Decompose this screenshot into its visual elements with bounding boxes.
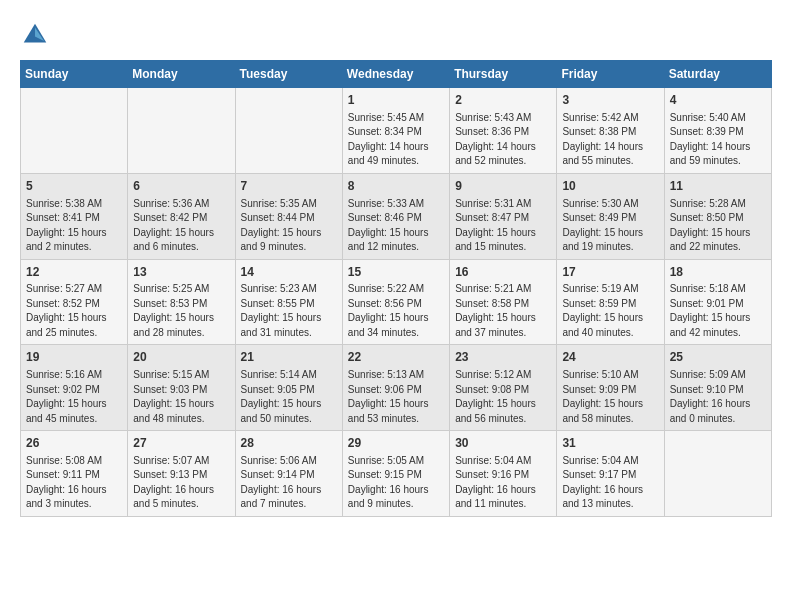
cell-content: Sunrise: 5:10 AM Sunset: 9:09 PM Dayligh… [562,368,658,426]
day-number: 25 [670,349,766,366]
calendar-table: SundayMondayTuesdayWednesdayThursdayFrid… [20,60,772,517]
header-cell-monday: Monday [128,61,235,88]
cell-content: Sunrise: 5:14 AM Sunset: 9:05 PM Dayligh… [241,368,337,426]
calendar-cell: 19Sunrise: 5:16 AM Sunset: 9:02 PM Dayli… [21,345,128,431]
page-header [20,20,772,50]
calendar-cell: 14Sunrise: 5:23 AM Sunset: 8:55 PM Dayli… [235,259,342,345]
day-number: 13 [133,264,229,281]
calendar-cell: 28Sunrise: 5:06 AM Sunset: 9:14 PM Dayli… [235,431,342,517]
calendar-cell [21,88,128,174]
cell-content: Sunrise: 5:16 AM Sunset: 9:02 PM Dayligh… [26,368,122,426]
cell-content: Sunrise: 5:04 AM Sunset: 9:16 PM Dayligh… [455,454,551,512]
calendar-cell: 15Sunrise: 5:22 AM Sunset: 8:56 PM Dayli… [342,259,449,345]
day-number: 16 [455,264,551,281]
cell-content: Sunrise: 5:40 AM Sunset: 8:39 PM Dayligh… [670,111,766,169]
header-cell-tuesday: Tuesday [235,61,342,88]
calendar-cell: 25Sunrise: 5:09 AM Sunset: 9:10 PM Dayli… [664,345,771,431]
header-cell-saturday: Saturday [664,61,771,88]
calendar-cell: 3Sunrise: 5:42 AM Sunset: 8:38 PM Daylig… [557,88,664,174]
day-number: 24 [562,349,658,366]
day-number: 29 [348,435,444,452]
cell-content: Sunrise: 5:31 AM Sunset: 8:47 PM Dayligh… [455,197,551,255]
day-number: 3 [562,92,658,109]
calendar-header: SundayMondayTuesdayWednesdayThursdayFrid… [21,61,772,88]
cell-content: Sunrise: 5:04 AM Sunset: 9:17 PM Dayligh… [562,454,658,512]
cell-content: Sunrise: 5:23 AM Sunset: 8:55 PM Dayligh… [241,282,337,340]
day-number: 19 [26,349,122,366]
cell-content: Sunrise: 5:42 AM Sunset: 8:38 PM Dayligh… [562,111,658,169]
day-number: 23 [455,349,551,366]
cell-content: Sunrise: 5:33 AM Sunset: 8:46 PM Dayligh… [348,197,444,255]
cell-content: Sunrise: 5:15 AM Sunset: 9:03 PM Dayligh… [133,368,229,426]
calendar-cell: 17Sunrise: 5:19 AM Sunset: 8:59 PM Dayli… [557,259,664,345]
cell-content: Sunrise: 5:06 AM Sunset: 9:14 PM Dayligh… [241,454,337,512]
day-number: 2 [455,92,551,109]
day-number: 14 [241,264,337,281]
cell-content: Sunrise: 5:12 AM Sunset: 9:08 PM Dayligh… [455,368,551,426]
calendar-body: 1Sunrise: 5:45 AM Sunset: 8:34 PM Daylig… [21,88,772,517]
calendar-cell: 5Sunrise: 5:38 AM Sunset: 8:41 PM Daylig… [21,173,128,259]
day-number: 18 [670,264,766,281]
day-number: 21 [241,349,337,366]
day-number: 22 [348,349,444,366]
day-number: 7 [241,178,337,195]
header-cell-wednesday: Wednesday [342,61,449,88]
header-cell-friday: Friday [557,61,664,88]
calendar-cell: 2Sunrise: 5:43 AM Sunset: 8:36 PM Daylig… [450,88,557,174]
cell-content: Sunrise: 5:13 AM Sunset: 9:06 PM Dayligh… [348,368,444,426]
day-number: 27 [133,435,229,452]
calendar-cell: 6Sunrise: 5:36 AM Sunset: 8:42 PM Daylig… [128,173,235,259]
calendar-cell: 29Sunrise: 5:05 AM Sunset: 9:15 PM Dayli… [342,431,449,517]
calendar-cell: 9Sunrise: 5:31 AM Sunset: 8:47 PM Daylig… [450,173,557,259]
calendar-cell: 21Sunrise: 5:14 AM Sunset: 9:05 PM Dayli… [235,345,342,431]
day-number: 6 [133,178,229,195]
cell-content: Sunrise: 5:28 AM Sunset: 8:50 PM Dayligh… [670,197,766,255]
calendar-row: 12Sunrise: 5:27 AM Sunset: 8:52 PM Dayli… [21,259,772,345]
calendar-cell: 7Sunrise: 5:35 AM Sunset: 8:44 PM Daylig… [235,173,342,259]
cell-content: Sunrise: 5:25 AM Sunset: 8:53 PM Dayligh… [133,282,229,340]
cell-content: Sunrise: 5:36 AM Sunset: 8:42 PM Dayligh… [133,197,229,255]
calendar-row: 26Sunrise: 5:08 AM Sunset: 9:11 PM Dayli… [21,431,772,517]
calendar-cell: 16Sunrise: 5:21 AM Sunset: 8:58 PM Dayli… [450,259,557,345]
cell-content: Sunrise: 5:27 AM Sunset: 8:52 PM Dayligh… [26,282,122,340]
calendar-cell: 22Sunrise: 5:13 AM Sunset: 9:06 PM Dayli… [342,345,449,431]
cell-content: Sunrise: 5:30 AM Sunset: 8:49 PM Dayligh… [562,197,658,255]
header-row: SundayMondayTuesdayWednesdayThursdayFrid… [21,61,772,88]
day-number: 4 [670,92,766,109]
cell-content: Sunrise: 5:43 AM Sunset: 8:36 PM Dayligh… [455,111,551,169]
logo-icon [20,20,50,50]
day-number: 31 [562,435,658,452]
calendar-cell: 11Sunrise: 5:28 AM Sunset: 8:50 PM Dayli… [664,173,771,259]
cell-content: Sunrise: 5:18 AM Sunset: 9:01 PM Dayligh… [670,282,766,340]
calendar-cell: 20Sunrise: 5:15 AM Sunset: 9:03 PM Dayli… [128,345,235,431]
calendar-cell: 4Sunrise: 5:40 AM Sunset: 8:39 PM Daylig… [664,88,771,174]
cell-content: Sunrise: 5:38 AM Sunset: 8:41 PM Dayligh… [26,197,122,255]
cell-content: Sunrise: 5:35 AM Sunset: 8:44 PM Dayligh… [241,197,337,255]
calendar-cell: 27Sunrise: 5:07 AM Sunset: 9:13 PM Dayli… [128,431,235,517]
header-cell-sunday: Sunday [21,61,128,88]
cell-content: Sunrise: 5:09 AM Sunset: 9:10 PM Dayligh… [670,368,766,426]
calendar-cell: 1Sunrise: 5:45 AM Sunset: 8:34 PM Daylig… [342,88,449,174]
day-number: 26 [26,435,122,452]
calendar-cell: 10Sunrise: 5:30 AM Sunset: 8:49 PM Dayli… [557,173,664,259]
calendar-cell [128,88,235,174]
cell-content: Sunrise: 5:07 AM Sunset: 9:13 PM Dayligh… [133,454,229,512]
calendar-row: 1Sunrise: 5:45 AM Sunset: 8:34 PM Daylig… [21,88,772,174]
day-number: 9 [455,178,551,195]
calendar-cell: 12Sunrise: 5:27 AM Sunset: 8:52 PM Dayli… [21,259,128,345]
logo [20,20,52,50]
day-number: 5 [26,178,122,195]
calendar-cell: 18Sunrise: 5:18 AM Sunset: 9:01 PM Dayli… [664,259,771,345]
calendar-cell: 23Sunrise: 5:12 AM Sunset: 9:08 PM Dayli… [450,345,557,431]
calendar-cell: 30Sunrise: 5:04 AM Sunset: 9:16 PM Dayli… [450,431,557,517]
calendar-row: 5Sunrise: 5:38 AM Sunset: 8:41 PM Daylig… [21,173,772,259]
day-number: 17 [562,264,658,281]
calendar-cell: 13Sunrise: 5:25 AM Sunset: 8:53 PM Dayli… [128,259,235,345]
day-number: 30 [455,435,551,452]
day-number: 12 [26,264,122,281]
day-number: 20 [133,349,229,366]
cell-content: Sunrise: 5:45 AM Sunset: 8:34 PM Dayligh… [348,111,444,169]
calendar-cell [235,88,342,174]
calendar-row: 19Sunrise: 5:16 AM Sunset: 9:02 PM Dayli… [21,345,772,431]
cell-content: Sunrise: 5:05 AM Sunset: 9:15 PM Dayligh… [348,454,444,512]
